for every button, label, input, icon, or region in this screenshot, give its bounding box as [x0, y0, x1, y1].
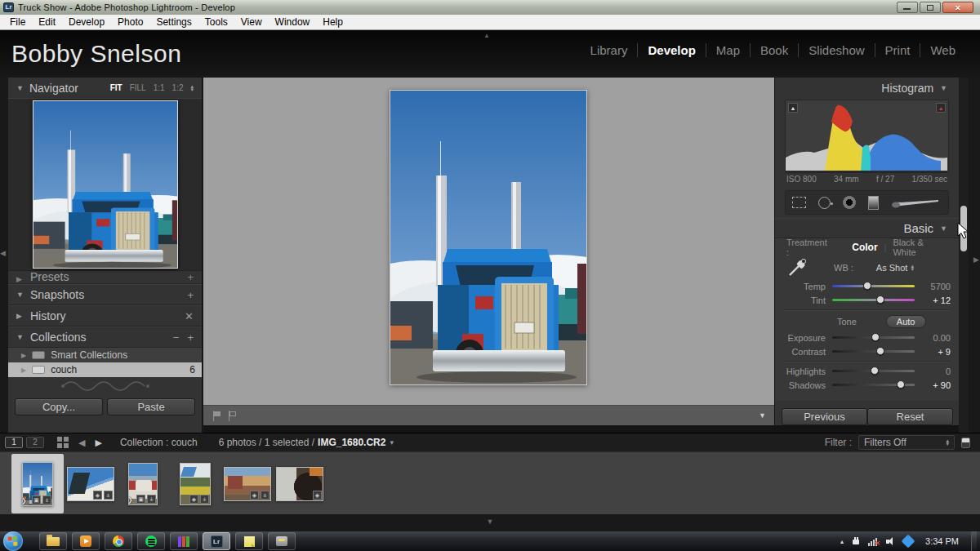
taskbar-lightroom-icon[interactable]: Lr: [203, 532, 230, 550]
thumbnail-truck-blue-portrait[interactable]: ❯ ▣ ±: [22, 462, 53, 506]
zoom-1-1[interactable]: 1:1: [154, 83, 165, 92]
collection-item-smart-collections[interactable]: ▶ Smart Collections: [8, 348, 202, 362]
adjustment-badge-icon[interactable]: ±: [147, 495, 156, 504]
taskbar-utility-icon[interactable]: [268, 532, 296, 550]
remove-collection-icon[interactable]: −: [173, 331, 180, 344]
taskbar-media-player-icon[interactable]: [72, 532, 100, 550]
show-desktop-button[interactable]: [971, 531, 977, 551]
menu-edit[interactable]: Edit: [32, 16, 62, 29]
slider-thumb[interactable]: [871, 367, 879, 375]
highlight-clipping-indicator[interactable]: ▲: [936, 103, 946, 113]
image-canvas[interactable]: [203, 78, 774, 405]
show-right-panel-arrow-icon[interactable]: ▶: [973, 256, 979, 264]
taskbar-winrar-icon[interactable]: [170, 532, 198, 550]
collapse-icon[interactable]: ▼: [940, 84, 947, 92]
histogram[interactable]: ▲ ▲: [785, 100, 949, 173]
collapse-icon[interactable]: ▼: [16, 291, 24, 299]
history-section-header[interactable]: ▶ History ✕: [8, 305, 202, 327]
flag-reject-icon[interactable]: [227, 411, 238, 421]
filter-toggle-switch[interactable]: [961, 438, 970, 448]
slider-thumb[interactable]: [876, 347, 884, 355]
module-map[interactable]: Map: [706, 43, 750, 57]
crop-badge-icon[interactable]: ▣: [136, 495, 145, 504]
left-panel-rail[interactable]: ◀: [0, 78, 8, 433]
filter-dropdown[interactable]: Filters Off ▴▾: [858, 435, 955, 450]
second-window-button[interactable]: 2: [26, 437, 44, 448]
shadows-slider[interactable]: [832, 384, 915, 386]
navigator-preview[interactable]: [8, 98, 202, 271]
module-develop[interactable]: Develop: [637, 43, 705, 57]
module-book[interactable]: Book: [750, 43, 798, 57]
module-library[interactable]: Library: [581, 43, 638, 57]
wb-dropdown-icon[interactable]: ▴▾: [911, 264, 914, 271]
add-preset-icon[interactable]: +: [187, 271, 194, 283]
module-slideshow[interactable]: Slideshow: [798, 43, 874, 57]
wb-eyedropper-icon[interactable]: [786, 258, 808, 278]
graduated-filter-tool-icon[interactable]: [868, 196, 879, 210]
keyword-badge-icon[interactable]: ◈: [313, 491, 322, 500]
maximize-button[interactable]: [920, 2, 941, 13]
keyword-badge-icon[interactable]: ◈: [250, 491, 259, 500]
presets-section-header[interactable]: ▶ Presets +: [8, 271, 202, 284]
expand-icon[interactable]: ▶: [21, 367, 26, 374]
menu-view[interactable]: View: [234, 16, 269, 29]
collapse-icon[interactable]: ▼: [16, 333, 24, 341]
spot-removal-tool-icon[interactable]: [818, 197, 831, 209]
main-window-button[interactable]: 1: [5, 437, 23, 448]
filmstrip-cell-5[interactable]: ◈ ±: [221, 454, 274, 513]
filmstrip-cell-4[interactable]: ◈ ±: [169, 454, 221, 513]
filmstrip-cell-6[interactable]: ◈: [274, 454, 326, 513]
taskbar-spotify-icon[interactable]: [137, 532, 165, 550]
menu-help[interactable]: Help: [316, 16, 350, 29]
paste-button[interactable]: Paste: [107, 398, 195, 415]
basic-panel-header[interactable]: Basic ▼: [775, 218, 959, 238]
highlights-slider[interactable]: [832, 370, 915, 372]
toolbar-options-icon[interactable]: ▼: [759, 411, 766, 420]
slider-thumb[interactable]: [876, 295, 884, 304]
contrast-slider[interactable]: [832, 350, 915, 353]
taskbar-explorer-icon[interactable]: [39, 532, 67, 550]
slider-thumb[interactable]: [897, 380, 905, 389]
current-filename[interactable]: IMG_1680.CR2: [318, 437, 385, 448]
start-button[interactable]: [3, 531, 23, 551]
hide-filmstrip-arrow-icon[interactable]: ▼: [487, 518, 494, 526]
taskbar-sticky-notes-icon[interactable]: [235, 532, 263, 550]
previous-photo-arrow-icon[interactable]: ◀: [78, 438, 85, 448]
clear-history-icon[interactable]: ✕: [185, 310, 194, 322]
expand-icon[interactable]: ▶: [16, 312, 24, 320]
treatment-color-option[interactable]: Color: [852, 242, 877, 253]
expand-icon[interactable]: ▶: [21, 352, 26, 359]
filmstrip-cell-2[interactable]: ◈ ±: [65, 454, 117, 513]
menu-tools[interactable]: Tools: [198, 16, 234, 29]
thumbnail-trucks-warm-landscape[interactable]: ◈ ±: [224, 467, 271, 501]
module-print[interactable]: Print: [875, 43, 920, 57]
taskbar-chrome-icon[interactable]: [105, 532, 132, 550]
zoom-ratio-selector-icon[interactable]: ▴▾: [190, 85, 194, 91]
menu-photo[interactable]: Photo: [111, 16, 149, 29]
thumbnail-detail-landscape[interactable]: ◈: [276, 467, 323, 501]
menu-settings[interactable]: Settings: [149, 16, 198, 29]
adjustment-badge-icon[interactable]: ±: [104, 491, 113, 500]
copy-button[interactable]: Copy...: [15, 398, 103, 415]
snapshots-section-header[interactable]: ▼ Snapshots +: [8, 284, 202, 305]
keyword-badge-icon[interactable]: ◈: [93, 491, 102, 500]
shadow-clipping-indicator[interactable]: ▲: [788, 103, 798, 113]
right-panel-scrollbar[interactable]: [959, 78, 969, 433]
main-photo-truck[interactable]: [390, 90, 587, 385]
navigator-header[interactable]: ▼ Navigator FIT FILL 1:1 1:2 ▴▾: [8, 78, 202, 98]
collection-breadcrumb[interactable]: Collection : couch: [120, 437, 198, 448]
menu-develop[interactable]: Develop: [62, 16, 111, 29]
grid-view-icon[interactable]: [57, 437, 69, 448]
flag-pick-icon[interactable]: [212, 411, 222, 421]
menu-file[interactable]: File: [3, 16, 32, 29]
slider-thumb[interactable]: [863, 282, 871, 290]
previous-button[interactable]: Previous: [782, 408, 867, 425]
network-status-icon[interactable]: ✕: [868, 537, 879, 546]
thumbnail-truck-red-portrait[interactable]: ❯ ▣ ±: [128, 463, 158, 505]
right-panel-rail[interactable]: ▶: [969, 78, 980, 433]
add-collection-icon[interactable]: +: [187, 331, 194, 344]
histogram-header[interactable]: Histogram ▼: [775, 78, 959, 98]
crop-tool-icon[interactable]: [792, 197, 806, 208]
dropbox-icon[interactable]: [902, 535, 915, 549]
menu-window[interactable]: Window: [269, 16, 317, 29]
